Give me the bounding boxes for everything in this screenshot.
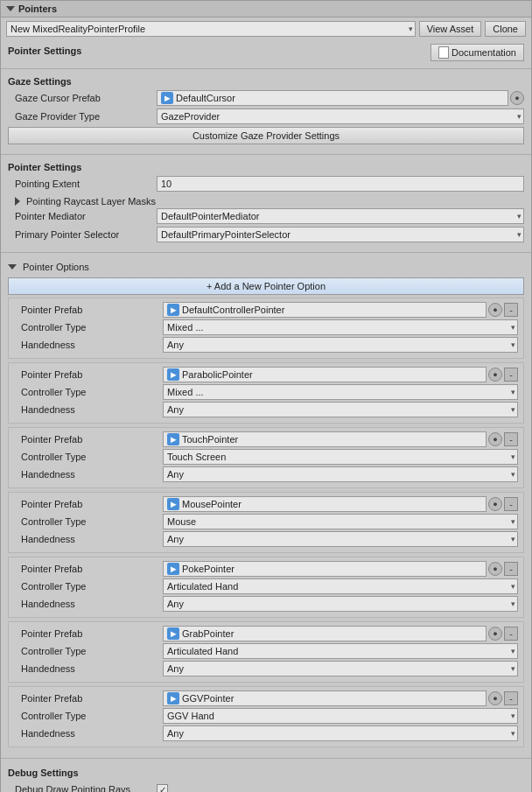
pointing-extent-field[interactable]: 10 xyxy=(157,176,524,192)
pointer-options-collapse-row[interactable]: Pointer Options xyxy=(8,260,524,274)
handedness-dropdown-3[interactable]: Any xyxy=(163,531,518,547)
controller-dropdown-2[interactable]: Touch Screen xyxy=(163,449,518,465)
profile-selector[interactable]: New MixedRealityPointerProfile xyxy=(6,21,416,37)
raycast-triangle-icon[interactable] xyxy=(15,197,20,206)
debug-settings-title: Debug Settings xyxy=(8,767,524,778)
pointer-prefab-value-6: GGVPointer xyxy=(182,693,234,704)
profile-dropdown[interactable]: New MixedRealityPointerProfile xyxy=(6,21,416,37)
add-pointer-button[interactable]: + Add a New Pointer Option xyxy=(8,277,524,295)
controller-dropdown-4[interactable]: Articulated Hand xyxy=(163,578,518,594)
prefab-circle-btn-0[interactable]: ● xyxy=(488,303,502,317)
controller-selector-1[interactable]: Mixed ... xyxy=(163,384,518,400)
pointer-prefab-row-4: Pointer Prefab ▶ PokePointer ● - xyxy=(14,561,518,577)
unity-icon-1: ▶ xyxy=(167,368,179,381)
handedness-dropdown-2[interactable]: Any xyxy=(163,466,518,482)
panel-title: Pointers xyxy=(18,4,57,14)
gaze-provider-dropdown[interactable]: GazeProvider xyxy=(157,109,524,124)
pointer-prefab-control-2: ▶ TouchPointer ● - xyxy=(163,431,518,447)
unity-icon-0: ▶ xyxy=(167,304,179,316)
handedness-selector-2[interactable]: Any xyxy=(163,466,518,482)
prefab-circle-btn-6[interactable]: ● xyxy=(488,691,502,705)
pointer-prefab-value-4: PokePointer xyxy=(182,564,234,574)
cursor-circle-btn[interactable]: ● xyxy=(510,91,524,105)
handedness-label-6: Handedness xyxy=(14,728,163,739)
prefab-minus-btn-4[interactable]: - xyxy=(504,562,518,576)
primary-selector-dropdown-wrapper[interactable]: DefaultPrimaryPointerSelector xyxy=(157,227,524,242)
pointer-prefab-control-4: ▶ PokePointer ● - xyxy=(163,561,518,577)
pointer-prefab-field-4: ▶ PokePointer xyxy=(163,561,486,577)
handedness-selector-4[interactable]: Any xyxy=(163,596,518,612)
clone-button[interactable]: Clone xyxy=(485,21,526,37)
handedness-row-4: Handedness Any xyxy=(14,596,518,612)
prefab-minus-btn-1[interactable]: - xyxy=(504,368,518,382)
documentation-button[interactable]: Documentation xyxy=(430,44,524,61)
controller-selector-3[interactable]: Mouse xyxy=(163,514,518,529)
handedness-control-2: Any xyxy=(163,466,518,482)
pointer-prefab-value-1: ParabolicPointer xyxy=(182,369,253,380)
pointer-prefab-value-0: DefaultControllerPointer xyxy=(182,305,284,315)
controller-type-label-1: Controller Type xyxy=(14,387,163,397)
controller-dropdown-0[interactable]: Mixed ... xyxy=(163,319,518,335)
pointer-prefab-value-2: TouchPointer xyxy=(182,434,238,445)
main-panel: Pointers New MixedRealityPointerProfile … xyxy=(0,0,532,792)
mediator-selector[interactable]: DefaultPointerMediator xyxy=(157,208,524,224)
handedness-selector-0[interactable]: Any xyxy=(163,337,518,353)
raycast-collapse-row[interactable]: Pointing Raycast Layer Masks xyxy=(8,194,524,208)
unity-icon-3: ▶ xyxy=(167,498,179,510)
pointer-prefab-label-2: Pointer Prefab xyxy=(14,434,163,445)
controller-dropdown-5[interactable]: Articulated Hand xyxy=(163,643,518,659)
top-bar: New MixedRealityPointerProfile View Asse… xyxy=(1,18,531,40)
handedness-dropdown-0[interactable]: Any xyxy=(163,337,518,353)
debug-draw-rays-checkbox[interactable] xyxy=(157,784,168,793)
handedness-dropdown-6[interactable]: Any xyxy=(163,725,518,741)
prefab-circle-btn-3[interactable]: ● xyxy=(488,497,502,511)
controller-type-label-5: Controller Type xyxy=(14,646,163,656)
debug-settings-section: Debug Settings Debug Draw Pointing Rays … xyxy=(1,762,531,792)
pointer-prefab-field-5: ▶ GrabPointer xyxy=(163,626,486,641)
controller-selector-6[interactable]: GGV Hand xyxy=(163,708,518,724)
handedness-selector-5[interactable]: Any xyxy=(163,661,518,676)
prefab-circle-btn-2[interactable]: ● xyxy=(488,432,502,446)
pointer-prefab-control-6: ▶ GGVPointer ● - xyxy=(163,690,518,706)
unity-icon-cursor: ▶ xyxy=(161,92,173,104)
pointer-prefab-row-6: Pointer Prefab ▶ GGVPointer ● - xyxy=(14,690,518,706)
pointer-prefab-row-1: Pointer Prefab ▶ ParabolicPointer ● - xyxy=(14,367,518,382)
handedness-dropdown-5[interactable]: Any xyxy=(163,661,518,676)
handedness-selector-1[interactable]: Any xyxy=(163,402,518,417)
gaze-provider-selector[interactable]: GazeProvider xyxy=(157,109,524,124)
handedness-selector-6[interactable]: Any xyxy=(163,725,518,741)
controller-selector-0[interactable]: Mixed ... xyxy=(163,319,518,335)
controller-selector-2[interactable]: Touch Screen xyxy=(163,449,518,465)
prefab-circle-btn-4[interactable]: ● xyxy=(488,562,502,576)
controller-dropdown-1[interactable]: Mixed ... xyxy=(163,384,518,400)
controller-selector-4[interactable]: Articulated Hand xyxy=(163,578,518,594)
prefab-minus-btn-0[interactable]: - xyxy=(504,303,518,317)
prefab-circle-btn-1[interactable]: ● xyxy=(488,368,502,382)
pointer-group-4: Pointer Prefab ▶ PokePointer ● - Control… xyxy=(8,557,524,618)
pointer-group-0: Pointer Prefab ▶ DefaultControllerPointe… xyxy=(8,298,524,359)
primary-selector-dropdown[interactable]: DefaultPrimaryPointerSelector xyxy=(157,227,524,242)
pointer-prefab-label-6: Pointer Prefab xyxy=(14,693,163,704)
view-asset-button[interactable]: View Asset xyxy=(419,21,482,37)
prefab-minus-btn-3[interactable]: - xyxy=(504,497,518,511)
handedness-selector-3[interactable]: Any xyxy=(163,531,518,547)
prefab-circle-btn-5[interactable]: ● xyxy=(488,627,502,641)
prefab-minus-btn-5[interactable]: - xyxy=(504,627,518,641)
controller-dropdown-6[interactable]: GGV Hand xyxy=(163,708,518,724)
pointer-settings-header: Pointer Settings Documentation xyxy=(1,40,531,65)
prefab-minus-btn-6[interactable]: - xyxy=(504,691,518,705)
handedness-label-0: Handedness xyxy=(14,340,163,350)
pointer-prefab-field-6: ▶ GGVPointer xyxy=(163,690,486,706)
handedness-dropdown-4[interactable]: Any xyxy=(163,596,518,612)
handedness-control-1: Any xyxy=(163,402,518,417)
options-triangle-icon[interactable] xyxy=(8,264,17,270)
controller-dropdown-3[interactable]: Mouse xyxy=(163,514,518,529)
handedness-dropdown-1[interactable]: Any xyxy=(163,402,518,417)
panel-header: Pointers xyxy=(1,1,531,18)
prefab-minus-btn-2[interactable]: - xyxy=(504,432,518,446)
controller-selector-5[interactable]: Articulated Hand xyxy=(163,643,518,659)
handedness-control-3: Any xyxy=(163,531,518,547)
customize-gaze-button[interactable]: Customize Gaze Provider Settings xyxy=(8,127,524,144)
mediator-dropdown[interactable]: DefaultPointerMediator xyxy=(157,208,524,224)
collapse-icon[interactable] xyxy=(6,6,15,11)
